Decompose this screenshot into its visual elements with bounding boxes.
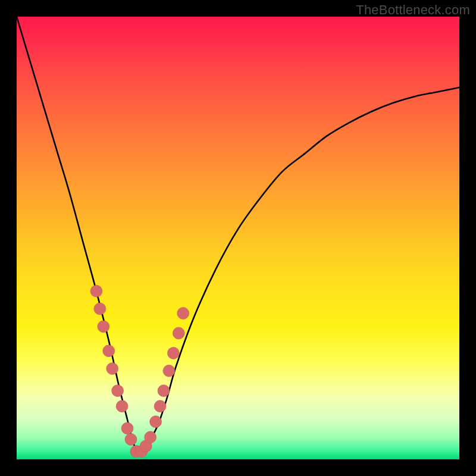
data-marker: [98, 321, 109, 333]
data-marker: [125, 434, 137, 446]
data-marker: [103, 345, 115, 357]
data-marker: [94, 303, 106, 315]
chart-frame: TheBottleneck.com: [0, 0, 476, 476]
plot-area: [17, 17, 459, 459]
data-marker: [121, 422, 133, 434]
data-marker: [163, 365, 175, 377]
data-marker: [107, 362, 118, 374]
data-marker: [145, 431, 156, 443]
data-marker: [150, 416, 162, 428]
data-marker: [158, 385, 170, 397]
data-marker: [112, 385, 124, 397]
data-marker: [177, 307, 189, 319]
curve-layer: [17, 17, 459, 459]
marker-group: [90, 285, 189, 457]
bottleneck-curve: [17, 17, 459, 455]
data-marker: [167, 347, 179, 359]
data-marker: [116, 400, 128, 412]
data-marker: [90, 285, 102, 297]
watermark-text: TheBottleneck.com: [356, 2, 470, 18]
data-marker: [154, 400, 166, 412]
data-marker: [173, 327, 184, 339]
